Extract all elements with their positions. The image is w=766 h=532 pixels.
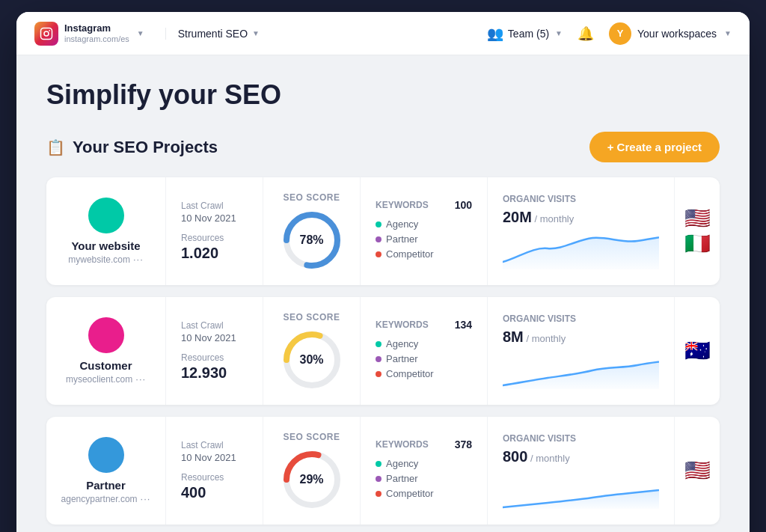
site-more-button[interactable]: ··· bbox=[141, 493, 151, 504]
keyword-dot bbox=[376, 341, 382, 347]
header-actions: 👥 Team (5) ▼ 🔔 Y Your workspaces ▼ bbox=[487, 22, 732, 45]
keyword-item: Agency bbox=[376, 338, 472, 349]
projects-icon: 📋 bbox=[46, 138, 65, 156]
brand-section[interactable]: Instagram instagram.com/es ▼ bbox=[34, 22, 153, 46]
resources-label: Resources bbox=[181, 352, 248, 363]
site-name: Customer bbox=[79, 359, 132, 372]
keywords-label: Keywords bbox=[376, 319, 429, 330]
visits-chart bbox=[503, 471, 659, 509]
site-logo bbox=[88, 437, 124, 473]
team-label: Team (5) bbox=[508, 28, 549, 40]
svg-rect-0 bbox=[41, 28, 52, 39]
card-score-section: SEO Score 29% bbox=[263, 417, 361, 525]
keyword-item: Partner bbox=[376, 233, 472, 245]
flag-icon: 🇮🇹 bbox=[684, 233, 711, 254]
site-url: agencypartner.com bbox=[61, 494, 138, 504]
keyword-dot bbox=[376, 491, 382, 497]
crawl-date: 10 Nov 2021 bbox=[181, 452, 248, 463]
brand-name: Instagram bbox=[64, 22, 129, 34]
section-title: Your SEO Projects bbox=[73, 138, 218, 157]
seo-score-label: SEO Score bbox=[284, 192, 340, 203]
visits-period: / monthly bbox=[524, 333, 566, 344]
brand-url: instagram.com/es bbox=[64, 34, 129, 44]
keyword-item: Agency bbox=[376, 458, 472, 469]
card-visits-section: Organic Visits 800 / monthly bbox=[488, 417, 675, 525]
keyword-dot bbox=[376, 221, 382, 227]
projects-list: Your website mywebsite.com ··· Last Craw… bbox=[46, 177, 720, 525]
resources-value: 400 bbox=[181, 484, 248, 501]
card-keywords-section: Keywords 100 Agency Partner Competitor bbox=[361, 177, 488, 285]
create-project-button[interactable]: + Create a project bbox=[589, 132, 720, 162]
site-name: Your website bbox=[71, 239, 140, 252]
app-window: Instagram instagram.com/es ▼ Strumenti S… bbox=[16, 12, 750, 532]
keyword-label: Partner bbox=[386, 473, 418, 484]
organic-visits-value: 8M / monthly bbox=[503, 328, 659, 346]
keyword-label: Agency bbox=[386, 458, 418, 469]
section-title-wrap: 📋 Your SEO Projects bbox=[46, 138, 218, 157]
card-crawl-section: Last Crawl 10 Nov 2021 Resources 1.020 bbox=[166, 177, 263, 285]
visits-chart bbox=[503, 352, 659, 389]
seo-score-value: 30% bbox=[299, 353, 323, 367]
svg-point-1 bbox=[44, 31, 49, 36]
organic-visits-value: 20M / monthly bbox=[503, 209, 659, 226]
site-more-button[interactable]: ··· bbox=[133, 254, 144, 265]
team-button[interactable]: 👥 Team (5) ▼ bbox=[487, 25, 563, 42]
card-site-section: Partner agencypartner.com ··· bbox=[46, 417, 166, 525]
seo-score-donut: 30% bbox=[282, 330, 342, 390]
keywords-count: 134 bbox=[455, 319, 472, 331]
section-header: 📋 Your SEO Projects + Create a project bbox=[46, 132, 720, 162]
brand-chevron-icon: ▼ bbox=[137, 29, 144, 37]
flag-icon: 🇦🇺 bbox=[684, 340, 711, 361]
brand-text: Instagram instagram.com/es bbox=[64, 22, 129, 44]
project-card: Your website mywebsite.com ··· Last Craw… bbox=[46, 177, 720, 285]
card-score-section: SEO Score 30% bbox=[263, 297, 361, 405]
keyword-item: Competitor bbox=[376, 368, 472, 379]
main-content: Simplify your SEO 📋 Your SEO Projects + … bbox=[16, 55, 750, 532]
resources-value: 12.930 bbox=[181, 364, 248, 382]
keyword-label: Agency bbox=[386, 338, 418, 349]
flag-icon: 🇺🇸 bbox=[684, 460, 711, 481]
header-nav[interactable]: Strumenti SEO ▼ bbox=[165, 28, 272, 40]
site-url-wrap: mywebsite.com ··· bbox=[68, 254, 144, 265]
card-flag-section: 🇺🇸 bbox=[675, 417, 720, 525]
keyword-item: Partner bbox=[376, 353, 472, 364]
card-crawl-section: Last Crawl 10 Nov 2021 Resources 400 bbox=[166, 417, 263, 525]
last-crawl-label: Last Crawl bbox=[181, 320, 248, 331]
site-url: mywebsite.com bbox=[68, 254, 130, 265]
keyword-dot bbox=[376, 356, 382, 362]
project-card: Customer myseoclient.com ··· Last Crawl … bbox=[46, 297, 720, 405]
keywords-header: Keywords 100 bbox=[376, 199, 472, 211]
resources-label: Resources bbox=[181, 472, 248, 483]
keyword-dot bbox=[376, 476, 382, 482]
keyword-label: Competitor bbox=[386, 248, 434, 260]
header: Instagram instagram.com/es ▼ Strumenti S… bbox=[16, 12, 750, 55]
seo-score-value: 78% bbox=[299, 233, 323, 247]
keyword-item: Agency bbox=[376, 218, 472, 230]
seo-score-donut: 29% bbox=[282, 450, 342, 510]
card-flag-section: 🇦🇺 bbox=[675, 297, 720, 405]
organic-visits-label: Organic Visits bbox=[503, 314, 659, 324]
keywords-header: Keywords 134 bbox=[376, 319, 472, 331]
site-more-button[interactable]: ··· bbox=[135, 373, 146, 385]
keyword-label: Partner bbox=[386, 353, 418, 364]
visits-chart bbox=[503, 232, 659, 269]
keyword-item: Competitor bbox=[376, 488, 472, 499]
site-url-wrap: myseoclient.com ··· bbox=[66, 373, 146, 385]
seo-score-value: 29% bbox=[299, 473, 323, 486]
keyword-dot bbox=[376, 461, 382, 467]
keywords-label: Keywords bbox=[376, 200, 429, 210]
workspace-button[interactable]: Y Your workspaces ▼ bbox=[609, 22, 732, 45]
bell-icon: 🔔 bbox=[577, 26, 594, 41]
workspace-chevron-icon: ▼ bbox=[724, 29, 732, 37]
seo-score-label: SEO Score bbox=[284, 432, 340, 442]
last-crawl-label: Last Crawl bbox=[181, 440, 248, 450]
card-visits-section: Organic Visits 20M / monthly bbox=[488, 177, 675, 285]
keywords-header: Keywords 378 bbox=[376, 438, 472, 450]
workspace-label: Your workspaces bbox=[637, 28, 717, 40]
notification-button[interactable]: 🔔 bbox=[577, 25, 594, 42]
keyword-label: Competitor bbox=[386, 368, 434, 379]
flag-icon: 🇺🇸 bbox=[684, 208, 711, 229]
svg-point-2 bbox=[49, 29, 50, 31]
visits-period: / monthly bbox=[527, 453, 569, 464]
site-name: Partner bbox=[86, 479, 126, 492]
